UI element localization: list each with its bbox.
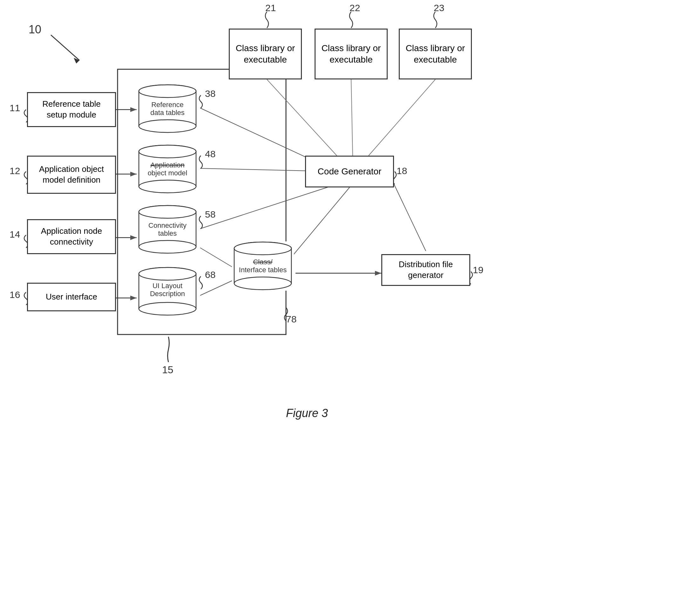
svg-text:58: 58	[205, 209, 215, 220]
svg-point-56	[139, 267, 196, 280]
class-interface-tables-svg: Class/ Interface tables	[232, 242, 294, 291]
svg-line-17	[200, 248, 232, 267]
connectivity-tables-svg: Connectivity tables	[137, 205, 198, 254]
app-obj-model-svg: Application object model	[137, 145, 198, 194]
connectivity-tables-cylinder: Connectivity tables	[137, 205, 198, 254]
svg-point-50	[139, 206, 196, 218]
app-obj-model-def-box: Application object model definition	[27, 156, 116, 194]
ref-data-tables-svg: Reference data tables	[137, 84, 198, 133]
class-lib-22-box: Class library or executable	[315, 28, 387, 79]
svg-point-63	[234, 242, 291, 255]
svg-text:78: 78	[286, 314, 297, 324]
svg-point-62	[234, 277, 291, 290]
code-generator-box: Code Generator	[305, 156, 394, 187]
class-lib-23-label: Class library or executable	[403, 42, 468, 66]
svg-line-12	[200, 184, 337, 229]
svg-text:object model: object model	[148, 169, 188, 177]
app-node-connectivity-label: Application node connectivity	[31, 226, 112, 247]
svg-line-15	[368, 79, 435, 156]
class-lib-23-box: Class library or executable	[399, 28, 472, 79]
svg-text:16: 16	[10, 289, 20, 300]
ref-table-setup-label: Reference table setup module	[31, 99, 112, 120]
svg-line-20	[394, 184, 426, 251]
svg-text:38: 38	[205, 88, 215, 99]
svg-line-16	[286, 187, 349, 264]
user-interface-label: User interface	[46, 291, 97, 302]
svg-text:23: 23	[434, 2, 444, 13]
svg-text:Reference: Reference	[151, 101, 184, 109]
diagram-container: 10 15	[0, 0, 700, 608]
svg-text:12: 12	[10, 166, 20, 176]
svg-text:data tables: data tables	[150, 109, 185, 117]
app-obj-model-def-label: Application object model definition	[31, 164, 112, 186]
class-lib-21-box: Class library or executable	[229, 28, 302, 79]
user-interface-box: User interface	[27, 283, 116, 311]
class-lib-21-label: Class library or executable	[233, 42, 298, 66]
svg-text:UI Layout: UI Layout	[152, 282, 183, 290]
svg-line-13	[267, 79, 337, 156]
svg-text:Description: Description	[150, 290, 185, 298]
app-obj-model-cylinder: Application object model	[137, 145, 198, 194]
class-lib-22-label: Class library or executable	[319, 42, 383, 66]
app-node-connectivity-box: Application node connectivity	[27, 219, 116, 254]
svg-text:19: 19	[473, 265, 483, 275]
svg-line-14	[351, 79, 353, 156]
svg-text:10: 10	[29, 23, 41, 36]
svg-text:11: 11	[10, 102, 20, 113]
class-interface-tables-cylinder: Class/ Interface tables	[232, 242, 294, 291]
ui-layout-desc-svg: UI Layout Description	[137, 267, 198, 316]
ref-data-tables-cylinder: Reference data tables	[137, 84, 198, 133]
distribution-file-gen-box: Distribution file generator	[381, 254, 470, 286]
svg-point-55	[139, 302, 196, 315]
code-generator-label: Code Generator	[318, 166, 382, 177]
svg-point-37	[139, 120, 196, 132]
svg-marker-3	[74, 58, 79, 63]
figure-title-text: Figure 3	[286, 406, 328, 420]
svg-point-44	[139, 145, 196, 158]
svg-text:Connectivity: Connectivity	[148, 222, 187, 229]
svg-point-49	[139, 241, 196, 253]
svg-text:Application: Application	[150, 161, 185, 169]
distribution-file-gen-label: Distribution file generator	[385, 259, 466, 281]
svg-line-1	[51, 35, 79, 60]
ui-layout-desc-cylinder: UI Layout Description	[137, 267, 198, 316]
svg-text:Interface tables: Interface tables	[239, 266, 287, 274]
svg-point-38	[139, 85, 196, 97]
svg-text:14: 14	[10, 229, 20, 240]
svg-text:22: 22	[349, 2, 360, 13]
svg-text:Class/: Class/	[253, 258, 272, 266]
svg-text:48: 48	[205, 149, 215, 159]
svg-text:tables: tables	[158, 229, 177, 237]
svg-text:68: 68	[205, 269, 215, 280]
svg-point-43	[139, 180, 196, 193]
figure-caption: Figure 3	[286, 406, 328, 420]
svg-text:21: 21	[265, 2, 276, 13]
svg-text:15: 15	[162, 364, 173, 376]
ref-table-setup-box: Reference table setup module	[27, 92, 116, 127]
svg-text:18: 18	[397, 166, 407, 176]
